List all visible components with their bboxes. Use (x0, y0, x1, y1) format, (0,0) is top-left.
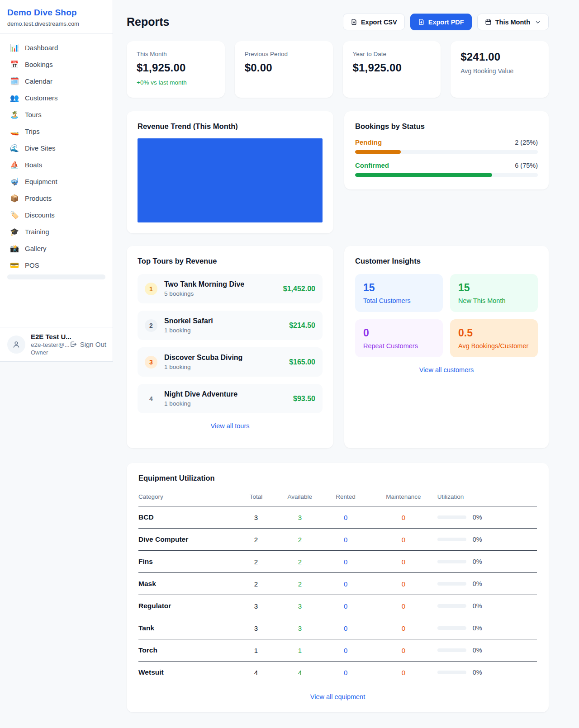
sidebar-item-gallery[interactable]: 📸 Gallery (4, 240, 109, 257)
file-download-icon (351, 19, 357, 25)
page-title: Reports (127, 15, 169, 28)
bar-chart-icon: 📊 (10, 44, 19, 52)
sidebar-item-bookings[interactable]: 📅 Bookings (4, 56, 109, 73)
sidebar-item-partially-hidden[interactable] (7, 274, 105, 279)
sidebar-item-pos[interactable]: 💳 POS (4, 257, 109, 274)
progress-bar-fill (355, 173, 492, 177)
cell-available: 2 (278, 551, 322, 573)
cell-available: 3 (278, 617, 322, 639)
cell-total: 2 (234, 529, 278, 551)
sidebar-item-discounts[interactable]: 🏷️ Discounts (4, 207, 109, 223)
insight-grid: 15 Total Customers 15 New This Month 0 R… (355, 274, 538, 357)
table-row: Mask22000% (138, 573, 537, 595)
tag-icon: 🏷️ (10, 212, 19, 219)
customer-insights-card: Customer Insights 15 Total Customers 15 … (344, 246, 549, 448)
export-pdf-button[interactable]: Export PDF (410, 14, 472, 30)
sidebar-item-training[interactable]: 🎓 Training (4, 223, 109, 240)
stat-label: Avg Booking Value (460, 67, 539, 75)
credit-card-icon: 💳 (10, 262, 19, 269)
cell-total: 3 (234, 595, 278, 617)
sidebar-item-dashboard[interactable]: 📊 Dashboard (4, 39, 109, 56)
bookings-by-status-title: Bookings by Status (355, 122, 538, 131)
sidebar-item-tours[interactable]: 🏝️ Tours (4, 106, 109, 123)
utilization-percent: 0% (473, 558, 482, 565)
cell-total: 2 (234, 551, 278, 573)
sidebar-item-label: POS (25, 261, 39, 269)
tour-bookings: 1 booking (164, 327, 213, 334)
revenue-trend-chart (138, 138, 323, 222)
column-header-rented: Rented (322, 489, 370, 506)
view-all-equipment-link[interactable]: View all equipment (138, 693, 537, 700)
sidebar-item-trips[interactable]: 🚤 Trips (4, 123, 109, 140)
person-icon (12, 340, 21, 349)
user-role: Owner (31, 349, 64, 356)
export-csv-button[interactable]: Export CSV (343, 14, 405, 30)
utilization-percent: 0% (473, 602, 482, 610)
tour-amount: $214.50 (289, 321, 315, 330)
tour-bookings: 1 booking (164, 364, 242, 370)
sidebar-item-dive-sites[interactable]: 🌊 Dive Sites (4, 140, 109, 156)
revenue-trend-card: Revenue Trend (This Month) (127, 111, 333, 233)
period-dropdown[interactable]: This Month (477, 14, 549, 30)
cell-utilization: 0% (437, 662, 537, 684)
progress-bar-track (355, 150, 538, 154)
status-row-confirmed: Confirmed 6 (75%) (355, 161, 538, 177)
top-tours-card: Top Tours by Revenue 1 Two Tank Morning … (127, 246, 333, 448)
status-count: 6 (75%) (515, 162, 538, 169)
cell-utilization: 0% (437, 529, 537, 551)
column-header-available: Available (278, 489, 322, 506)
sign-out-button[interactable]: Sign Out (69, 340, 106, 348)
utilization-percent: 0% (473, 669, 482, 676)
progress-bar-fill (355, 150, 401, 154)
cell-category: Torch (138, 639, 234, 662)
cell-maintenance: 0 (370, 551, 437, 573)
cell-rented: 0 (322, 551, 370, 573)
sidebar-item-products[interactable]: 📦 Products (4, 190, 109, 207)
cell-maintenance: 0 (370, 662, 437, 684)
sidebar-item-boats[interactable]: ⛵ Boats (4, 156, 109, 173)
customer-insights-title: Customer Insights (355, 257, 538, 265)
user-info: E2E Test U... e2e-tester@... Owner (31, 333, 64, 356)
cell-maintenance: 0 (370, 506, 437, 529)
tour-bookings: 5 bookings (164, 290, 244, 297)
sidebar-item-label: Products (25, 194, 52, 202)
sidebar-item-calendar[interactable]: 🗓️ Calendar (4, 73, 109, 90)
graduation-cap-icon: 🎓 (10, 228, 19, 236)
utilization-bar-track (437, 582, 466, 586)
view-all-tours-link[interactable]: View all tours (138, 422, 323, 430)
cell-category: Fins (138, 551, 234, 573)
tour-amount: $93.50 (293, 395, 315, 403)
utilization-percent: 0% (473, 536, 482, 543)
insight-value: 15 (458, 282, 530, 294)
stat-value: $0.00 (245, 61, 323, 74)
column-header-maintenance: Maintenance (370, 489, 437, 506)
insight-label: Repeat Customers (363, 342, 435, 350)
tour-row: 3 Discover Scuba Diving 1 booking $165.0… (138, 347, 323, 377)
utilization-percent: 0% (473, 624, 482, 632)
view-all-customers-link[interactable]: View all customers (355, 366, 538, 373)
page-header: Reports Export CSV Export PDF This Month (127, 14, 549, 30)
export-pdf-label: Export PDF (428, 19, 464, 26)
stat-label: Year to Date (353, 51, 431, 57)
island-icon: 🏝️ (10, 111, 19, 118)
cell-category: Mask (138, 573, 234, 595)
sign-out-label: Sign Out (80, 340, 106, 348)
equipment-utilization-card: Equipment Utilization Category Total Ava… (127, 463, 549, 712)
tour-name: Discover Scuba Diving (164, 354, 242, 362)
status-label: Confirmed (355, 161, 389, 169)
avatar (7, 336, 25, 354)
sidebar-item-customers[interactable]: 👥 Customers (4, 90, 109, 106)
export-csv-label: Export CSV (361, 19, 397, 26)
stat-label: This Month (137, 51, 215, 57)
package-icon: 📦 (10, 195, 19, 202)
cell-rented: 0 (322, 662, 370, 684)
utilization-percent: 0% (473, 514, 482, 521)
sidebar-item-equipment[interactable]: 🤿 Equipment (4, 173, 109, 190)
utilization-bar-track (437, 648, 466, 652)
cell-available: 3 (278, 506, 322, 529)
utilization-bar-track (437, 671, 466, 674)
sidebar-item-label: Calendar (25, 77, 52, 85)
tour-amount: $1,452.00 (283, 285, 315, 293)
cell-maintenance: 0 (370, 617, 437, 639)
calendar-icon: 📅 (10, 61, 19, 68)
